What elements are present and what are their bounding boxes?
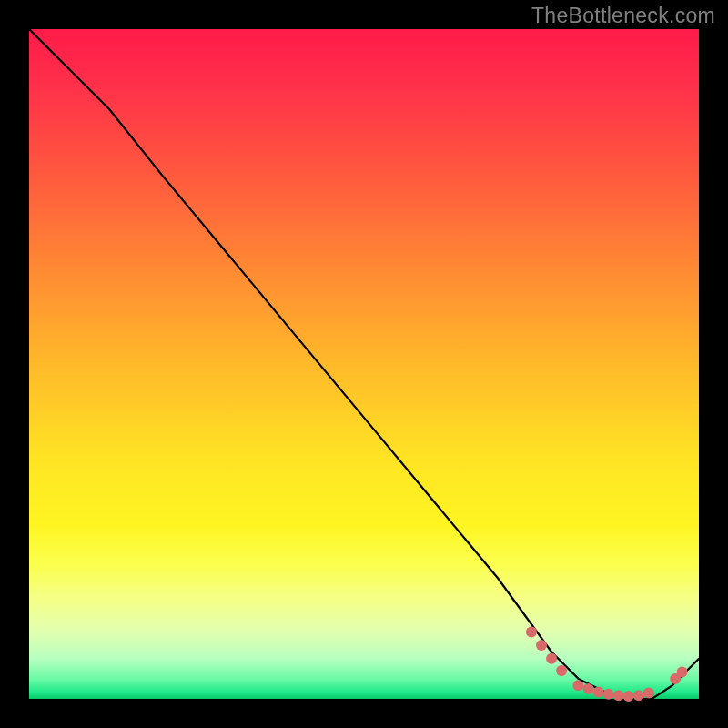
- plot-area: [29, 29, 699, 699]
- chart-svg: [29, 29, 699, 699]
- chart-frame: TheBottleneck.com: [0, 0, 728, 728]
- curve-path: [29, 29, 699, 699]
- marker-dot: [677, 667, 688, 678]
- marker-dot: [583, 683, 594, 694]
- marker-dot: [633, 690, 644, 701]
- marker-dot: [623, 691, 634, 702]
- marker-dot: [526, 626, 537, 637]
- marker-dot: [546, 653, 557, 664]
- marker-dot: [536, 640, 547, 651]
- marker-dot: [643, 687, 654, 698]
- marker-dot: [573, 680, 584, 691]
- marker-dot: [613, 690, 624, 701]
- watermark-text: TheBottleneck.com: [531, 4, 715, 28]
- marker-dot: [556, 665, 567, 676]
- marker-dot: [603, 689, 614, 700]
- marker-dot: [593, 687, 604, 698]
